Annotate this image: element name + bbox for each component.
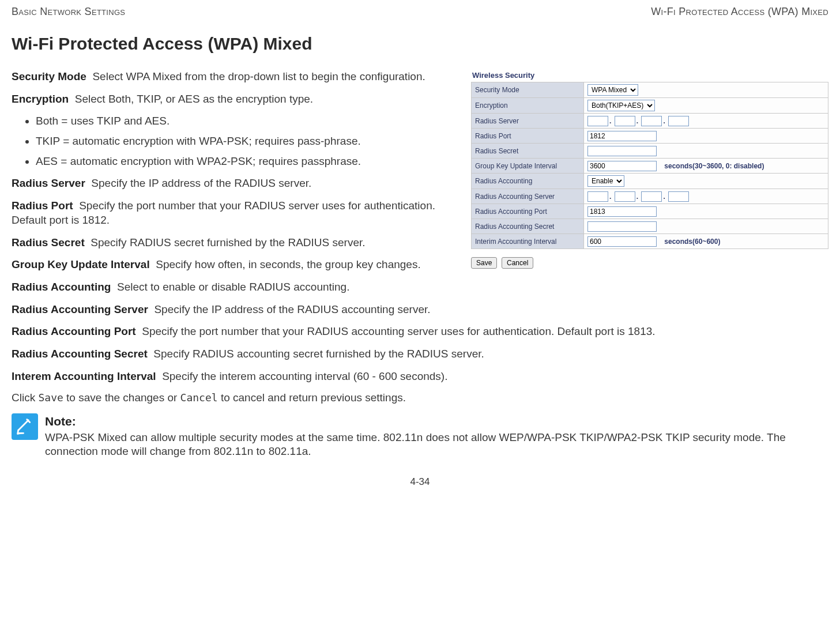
- term-radius-server: Radius Server: [12, 177, 85, 189]
- input-radius-server-1[interactable]: [587, 116, 608, 126]
- term-radius-acct-port: Radius Accounting Port: [12, 325, 136, 337]
- wireless-security-panel: Wireless Security Security Mode WPA Mixe…: [471, 70, 828, 269]
- term-radius-secret: Radius Secret: [12, 236, 85, 248]
- input-interim-interval[interactable]: [587, 236, 657, 247]
- panel-table: Security Mode WPA Mixed Encryption Both(…: [471, 82, 828, 249]
- term-group-key: Group Key Update Interval: [12, 258, 150, 270]
- input-radius-acct-server-2[interactable]: [615, 191, 635, 202]
- row-radius-acct-secret: Radius Accounting Secret: [472, 219, 828, 234]
- cancel-button[interactable]: Cancel: [502, 257, 533, 269]
- page-header: Basic Network Settings Wi-Fi Protected A…: [12, 6, 828, 18]
- row-radius-port: Radius Port: [472, 129, 828, 144]
- term-radius-acct-secret: Radius Accounting Secret: [12, 348, 148, 360]
- input-radius-acct-secret[interactable]: [587, 221, 657, 232]
- label-interim-interval: Interim Accounting Interval: [472, 234, 584, 249]
- text-radius-server: Specify the IP address of the RADIUS ser…: [91, 177, 311, 189]
- term-interem: Interem Accounting Interval: [12, 370, 156, 382]
- text-radius-acct-port: Specify the port number that your RADIUS…: [142, 325, 655, 337]
- input-radius-acct-port[interactable]: [587, 206, 657, 217]
- term-radius-acct-server: Radius Accounting Server: [12, 303, 148, 315]
- def-radius-acct-port: Radius Accounting Port Specify the port …: [12, 325, 828, 339]
- row-group-key: Group Key Update Interval seconds(30~360…: [472, 159, 828, 174]
- select-radius-accounting[interactable]: Enable: [587, 175, 624, 187]
- page-title: Wi-Fi Protected Access (WPA) Mixed: [12, 34, 828, 54]
- row-radius-acct-server: Radius Accounting Server . . .: [472, 189, 828, 204]
- text-radius-secret: Specify RADIUS secret furnished by the R…: [91, 236, 365, 248]
- row-radius-accounting: Radius Accounting Enable: [472, 174, 828, 189]
- select-encryption[interactable]: Both(TKIP+AES): [587, 100, 655, 111]
- row-encryption: Encryption Both(TKIP+AES): [472, 98, 828, 114]
- term-security-mode: Security Mode: [12, 70, 86, 82]
- row-interim-interval: Interim Accounting Interval seconds(60~6…: [472, 234, 828, 249]
- label-radius-acct-server: Radius Accounting Server: [472, 189, 584, 204]
- note-body: Note: WPA-PSK Mixed can allow multiple s…: [45, 413, 828, 459]
- label-radius-secret: Radius Secret: [472, 144, 584, 159]
- header-left: Basic Network Settings: [12, 6, 125, 18]
- note-box: Note: WPA-PSK Mixed can allow multiple s…: [12, 413, 828, 459]
- text-security-mode: Select WPA Mixed from the drop-down list…: [92, 70, 425, 82]
- select-security-mode[interactable]: WPA Mixed: [587, 84, 638, 96]
- note-icon: [12, 413, 38, 440]
- label-security-mode: Security Mode: [472, 82, 584, 98]
- term-radius-port: Radius Port: [12, 199, 73, 212]
- def-radius-acct-server: Radius Accounting Server Specify the IP …: [12, 303, 828, 317]
- page-number: 4-34: [12, 476, 828, 488]
- input-radius-port[interactable]: [587, 131, 657, 141]
- save-button[interactable]: Save: [471, 257, 497, 269]
- row-security-mode: Security Mode WPA Mixed: [472, 82, 828, 98]
- input-group-key[interactable]: [587, 161, 657, 171]
- def-radius-acct: Radius Accounting Select to enable or di…: [12, 280, 828, 295]
- term-radius-acct: Radius Accounting: [12, 281, 111, 293]
- term-encryption: Encryption: [12, 93, 69, 105]
- save-line-mid: to save the changes or: [63, 391, 180, 404]
- main-content: Wireless Security Security Mode WPA Mixe…: [12, 70, 828, 459]
- label-radius-port: Radius Port: [472, 129, 584, 144]
- row-radius-server: Radius Server . . .: [472, 114, 828, 129]
- label-radius-accounting: Radius Accounting: [472, 174, 584, 189]
- note-title: Note:: [45, 413, 828, 429]
- input-radius-server-2[interactable]: [615, 116, 635, 126]
- input-radius-acct-server-3[interactable]: [641, 191, 662, 202]
- text-interem: Specify the interem accounting interval …: [162, 370, 447, 382]
- label-encryption: Encryption: [472, 98, 584, 114]
- save-line-suffix: to cancel and return previous settings.: [218, 391, 406, 404]
- input-radius-acct-server-1[interactable]: [587, 191, 608, 202]
- label-radius-acct-port: Radius Accounting Port: [472, 204, 584, 219]
- save-line-cancel: Cancel: [180, 391, 218, 404]
- row-radius-acct-port: Radius Accounting Port: [472, 204, 828, 219]
- row-radius-secret: Radius Secret: [472, 144, 828, 159]
- text-radius-port: Specify the port number that your RADIUS…: [12, 199, 435, 226]
- hint-interim-interval: seconds(60~600): [664, 238, 720, 246]
- input-radius-secret[interactable]: [587, 146, 657, 156]
- label-radius-server: Radius Server: [472, 114, 584, 129]
- text-radius-acct: Select to enable or disable RADIUS accou…: [117, 281, 349, 293]
- save-line-prefix: Click: [12, 391, 38, 404]
- text-radius-acct-secret: Specify RADIUS accounting secret furnish…: [153, 348, 484, 360]
- text-group-key: Specify how often, in seconds, the group…: [156, 258, 420, 270]
- header-right: Wi-Fi Protected Access (WPA) Mixed: [651, 6, 828, 18]
- text-encryption: Select Both, TKIP, or AES as the encrypt…: [75, 93, 313, 105]
- hint-group-key: seconds(30~3600, 0: disabled): [664, 162, 764, 170]
- input-radius-server-4[interactable]: [668, 116, 689, 126]
- input-radius-server-3[interactable]: [641, 116, 662, 126]
- label-radius-acct-secret: Radius Accounting Secret: [472, 219, 584, 234]
- panel-heading: Wireless Security: [471, 70, 828, 82]
- save-line-save: Save: [38, 391, 63, 404]
- text-radius-acct-server: Specify the IP address of the RADIUS acc…: [154, 303, 430, 315]
- label-group-key: Group Key Update Interval: [472, 159, 584, 174]
- note-text: WPA-PSK Mixed can allow multiple securit…: [45, 431, 828, 459]
- input-radius-acct-server-4[interactable]: [668, 191, 689, 202]
- def-interem: Interem Accounting Interval Specify the …: [12, 370, 828, 384]
- panel-button-row: Save Cancel: [471, 257, 828, 269]
- save-cancel-line: Click Save to save the changes or Cancel…: [12, 391, 828, 404]
- def-radius-acct-secret: Radius Accounting Secret Specify RADIUS …: [12, 347, 828, 361]
